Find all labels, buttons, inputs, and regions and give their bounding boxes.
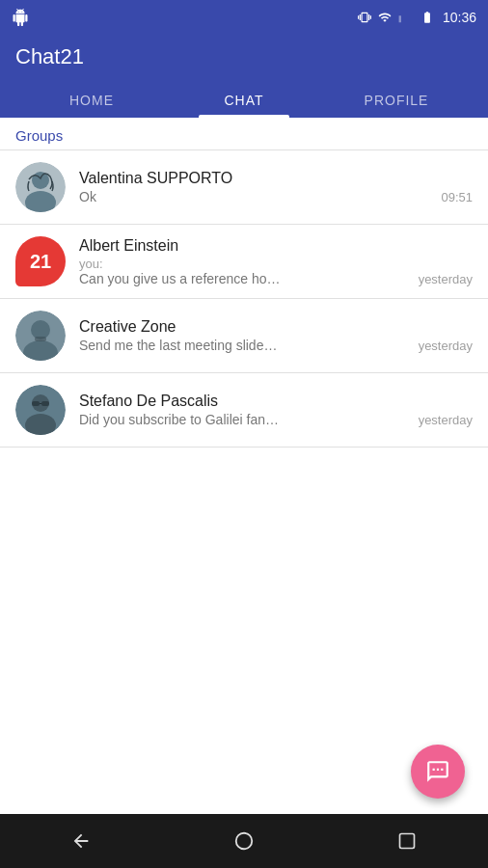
android-icon bbox=[12, 9, 29, 26]
chat-message-stefano: Did you subscribe to Galilei fan… bbox=[79, 412, 411, 427]
time-display: 10:36 bbox=[443, 10, 476, 25]
avatar-stefano bbox=[15, 385, 66, 435]
app-header: Chat21 HOME CHAT PROFILE bbox=[0, 35, 488, 118]
chat-name-creative: Creative Zone bbox=[79, 318, 473, 336]
svg-rect-11 bbox=[41, 401, 49, 406]
back-icon bbox=[70, 830, 92, 852]
chat-message-creative: Send me the last meeting slide… bbox=[79, 338, 411, 353]
tab-bar: HOME CHAT PROFILE bbox=[15, 79, 473, 118]
chat-you-label: you: bbox=[79, 257, 473, 271]
svg-rect-14 bbox=[399, 834, 414, 849]
chat-time-stefano: yesterday bbox=[419, 413, 473, 427]
chat-preview-stefano: Did you subscribe to Galilei fan… yester… bbox=[79, 412, 473, 427]
new-message-fab[interactable] bbox=[411, 745, 465, 799]
bottom-navigation bbox=[0, 814, 488, 868]
avatar-albert: 21 bbox=[15, 236, 66, 286]
chat-content-valentina: Valentina SUPPORTO Ok 09:51 bbox=[79, 170, 473, 204]
chat-preview-creative: Send me the last meeting slide… yesterda… bbox=[79, 338, 473, 353]
chat-time-valentina: 09:51 bbox=[441, 190, 473, 204]
chat-message-albert: Can you give us a reference ho… bbox=[79, 271, 411, 286]
svg-point-13 bbox=[236, 833, 253, 850]
app-title: Chat21 bbox=[15, 44, 473, 79]
status-bar: 10:36 bbox=[0, 0, 488, 35]
tab-profile[interactable]: PROFILE bbox=[320, 79, 473, 118]
chat-content-albert: Albert Einstein you: Can you give us a r… bbox=[79, 237, 473, 286]
status-bar-left bbox=[12, 9, 29, 26]
chat-item-creative[interactable]: Creative Zone Send me the last meeting s… bbox=[0, 299, 488, 373]
chat-name-valentina: Valentina SUPPORTO bbox=[79, 170, 473, 187]
svg-rect-10 bbox=[32, 401, 40, 406]
back-button[interactable] bbox=[52, 822, 110, 860]
groups-section-label: Groups bbox=[0, 118, 488, 150]
chat-item-albert[interactable]: 21 Albert Einstein you: Can you give us … bbox=[0, 225, 488, 299]
chat-time-creative: yesterday bbox=[419, 339, 473, 353]
chat-preview-valentina: Ok 09:51 bbox=[79, 189, 473, 204]
avatar-valentina bbox=[15, 162, 66, 212]
chat-content-stefano: Stefano De Pascalis Did you subscribe to… bbox=[79, 393, 473, 427]
vibrate-icon bbox=[358, 10, 371, 25]
recents-button[interactable] bbox=[378, 822, 436, 860]
chat-name-albert: Albert Einstein bbox=[79, 237, 473, 255]
avatar-creative bbox=[15, 311, 66, 361]
message-icon bbox=[425, 759, 450, 784]
chat-item-valentina[interactable]: Valentina SUPPORTO Ok 09:51 bbox=[0, 150, 488, 225]
chat-name-stefano: Stefano De Pascalis bbox=[79, 393, 473, 410]
chat-list: Valentina SUPPORTO Ok 09:51 21 Albert Ei… bbox=[0, 150, 488, 448]
wifi-icon bbox=[377, 11, 393, 24]
status-bar-icons: 10:36 bbox=[358, 10, 476, 25]
chat-item-stefano[interactable]: Stefano De Pascalis Did you subscribe to… bbox=[0, 373, 488, 448]
chat-time-albert: yesterday bbox=[419, 272, 473, 286]
recents-icon bbox=[397, 831, 417, 851]
svg-rect-6 bbox=[35, 337, 46, 341]
chat-message-valentina: Ok bbox=[79, 189, 433, 204]
battery-icon bbox=[418, 11, 437, 24]
tab-home[interactable]: HOME bbox=[15, 79, 168, 118]
tab-chat[interactable]: CHAT bbox=[168, 79, 320, 118]
chat-preview-albert: Can you give us a reference ho… yesterda… bbox=[79, 271, 473, 286]
home-circle-icon bbox=[233, 830, 255, 852]
home-button[interactable] bbox=[215, 822, 273, 860]
signal-icon bbox=[398, 11, 412, 24]
chat-content-creative: Creative Zone Send me the last meeting s… bbox=[79, 318, 473, 353]
